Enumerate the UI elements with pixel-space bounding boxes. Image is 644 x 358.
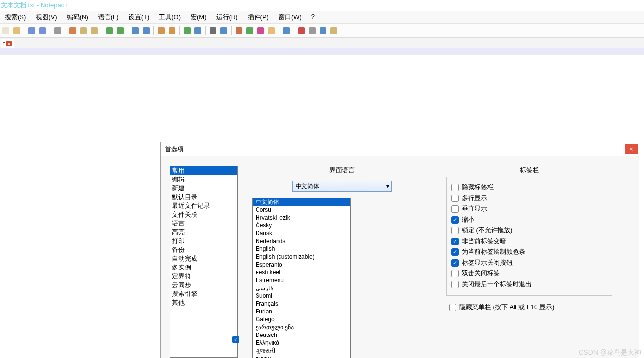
language-option[interactable]: Esperanto <box>253 261 350 268</box>
menu-item[interactable]: 编码(N) <box>62 12 93 22</box>
category-item[interactable]: 默认目录 <box>170 193 237 201</box>
folder-button[interactable] <box>266 26 276 36</box>
tabbar-option[interactable]: 双击关闭标签 <box>451 269 607 278</box>
menu-item[interactable]: 运行(R) <box>212 12 243 22</box>
language-option[interactable]: Deutsch <box>253 331 350 339</box>
save-all-button[interactable] <box>38 26 47 36</box>
checkbox-icon[interactable] <box>451 281 459 288</box>
new-button[interactable] <box>1 26 11 36</box>
wrap-button[interactable] <box>193 26 203 36</box>
language-option[interactable]: Hrvatski jezik <box>253 214 350 222</box>
zoom-out-button[interactable] <box>167 26 177 36</box>
language-option[interactable]: Suomi <box>253 292 350 300</box>
category-item[interactable]: 打印 <box>170 237 237 246</box>
menu-item[interactable]: 工具(O) <box>154 12 186 22</box>
category-item[interactable]: 新建 <box>170 184 237 193</box>
tabbar-option[interactable]: 隐藏标签栏 <box>451 183 607 192</box>
menu-item[interactable]: 设置(T) <box>124 12 154 22</box>
editor-area[interactable] <box>0 48 644 55</box>
document-tab[interactable]: t × <box>1 39 14 48</box>
category-item[interactable]: 最近文件记录 <box>170 201 237 210</box>
print-button[interactable] <box>53 26 63 36</box>
category-item[interactable]: 语言 <box>170 219 237 228</box>
tabbar-option[interactable]: 为当前标签绘制颜色条 <box>451 247 607 256</box>
language-option[interactable]: עברית <box>253 355 350 358</box>
language-option[interactable]: eesti keel <box>253 268 350 276</box>
menu-item[interactable]: 插件(P) <box>243 12 274 22</box>
language-combo[interactable]: 中文简体 ▾ <box>292 181 392 192</box>
category-item[interactable]: 自动完成 <box>170 254 237 263</box>
category-item[interactable]: 文件关联 <box>170 210 237 219</box>
language-option[interactable]: Galego <box>253 315 350 323</box>
language-option[interactable]: Furlan <box>253 308 350 315</box>
hide-menubar-option[interactable]: 隐藏菜单栏 (按下 Alt 或 F10 显示) <box>449 303 612 312</box>
checkbox-icon[interactable] <box>451 227 459 234</box>
tabbar-option[interactable]: 标签显示关闭按钮 <box>451 258 607 267</box>
lang-button[interactable] <box>234 26 244 36</box>
category-item[interactable]: 高亮 <box>170 228 237 237</box>
dialog-close-button[interactable]: × <box>625 144 638 154</box>
language-option[interactable]: ქართული ენა <box>253 323 350 331</box>
save-button[interactable] <box>27 26 37 36</box>
checkbox-icon[interactable] <box>451 270 459 277</box>
menu-item[interactable]: 窗口(W) <box>274 12 306 22</box>
checkbox-icon[interactable] <box>451 248 459 256</box>
language-dropdown[interactable]: 中文简体CorsuHrvatski jezikČeskyDanskNederla… <box>252 198 351 358</box>
checkbox-icon[interactable] <box>449 304 456 311</box>
tabbar-option[interactable]: 关闭最后一个标签时退出 <box>451 280 607 289</box>
checkbox-icon[interactable] <box>451 259 459 267</box>
checkbox-icon[interactable] <box>451 216 459 224</box>
find-button[interactable] <box>130 26 140 36</box>
category-item[interactable]: 常用 <box>170 166 237 175</box>
language-option[interactable]: English <box>253 245 350 253</box>
language-option[interactable]: Nederlands <box>253 237 350 245</box>
category-item[interactable]: 搜索引擎 <box>170 290 237 298</box>
play-button[interactable] <box>307 26 317 36</box>
menu-item[interactable]: 视图(V) <box>31 12 62 22</box>
tabbar-option[interactable]: 多行显示 <box>451 194 607 202</box>
language-option[interactable]: Corsu <box>253 206 350 214</box>
language-option[interactable]: Ελληνικά <box>253 339 350 347</box>
checkbox-icon[interactable] <box>451 195 459 202</box>
replace-button[interactable] <box>141 26 151 36</box>
paste-button[interactable] <box>89 26 99 36</box>
cut-button[interactable] <box>68 26 78 36</box>
func-list-button[interactable] <box>245 26 255 36</box>
indent-guide-button[interactable] <box>219 26 229 36</box>
menu-item[interactable]: ? <box>306 12 320 22</box>
tabbar-option[interactable]: 缩小 <box>451 215 607 224</box>
undo-button[interactable] <box>105 26 114 36</box>
record-button[interactable] <box>297 26 306 36</box>
playback-button[interactable] <box>318 26 328 36</box>
language-option[interactable]: فارسی <box>253 284 350 292</box>
category-item[interactable]: 云同步 <box>170 281 237 290</box>
language-option[interactable]: 中文简体 <box>253 198 350 206</box>
close-icon[interactable]: × <box>6 41 12 46</box>
category-item[interactable]: 其他 <box>170 298 237 307</box>
menu-item[interactable]: 搜索(S) <box>0 12 31 22</box>
dialog-titlebar[interactable]: 首选项 × <box>161 142 639 156</box>
checkbox-icon[interactable] <box>451 205 459 213</box>
category-item[interactable]: 编辑 <box>170 175 237 184</box>
language-option[interactable]: Estremeñu <box>253 276 350 284</box>
tabbar-option[interactable]: 垂直显示 <box>451 204 607 213</box>
menu-item[interactable]: 语言(L) <box>93 12 124 22</box>
language-option[interactable]: ગુજરાતી <box>253 347 350 355</box>
category-item[interactable]: 多实例 <box>170 263 237 272</box>
sync-button[interactable] <box>182 26 192 36</box>
redo-button[interactable] <box>115 26 125 36</box>
stop-button[interactable] <box>329 26 339 36</box>
zoom-in-button[interactable] <box>156 26 166 36</box>
language-option[interactable]: Français <box>253 300 350 308</box>
menu-item[interactable]: 宏(M) <box>186 12 212 22</box>
category-item[interactable]: 备份 <box>170 246 237 254</box>
open-button[interactable] <box>12 26 21 36</box>
tabbar-option[interactable]: 锁定 (不允许拖放) <box>451 226 607 235</box>
copy-button[interactable] <box>79 26 88 36</box>
category-list[interactable]: 常用编辑新建默认目录最近文件记录文件关联语言高亮打印备份自动完成多实例定界符云同… <box>170 166 238 358</box>
checkbox-icon[interactable] <box>451 184 459 191</box>
doc-map-button[interactable] <box>256 26 265 36</box>
language-option[interactable]: Dansk <box>253 229 350 237</box>
checkbox-icon[interactable] <box>451 238 459 245</box>
language-option[interactable]: Česky <box>253 222 350 229</box>
